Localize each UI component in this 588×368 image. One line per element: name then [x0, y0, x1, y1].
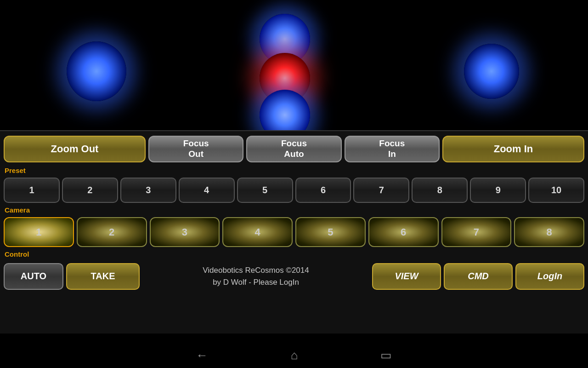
preset-button-10[interactable]: 10	[528, 178, 584, 203]
preset-button-8[interactable]: 8	[412, 178, 468, 203]
take-button[interactable]: TAKE	[66, 263, 140, 290]
preset-button-4[interactable]: 4	[179, 178, 235, 203]
camera-button-8[interactable]: 8	[514, 217, 584, 247]
nav-bar: ← ⌂ ▭	[0, 343, 588, 368]
camera-button-4[interactable]: 4	[222, 217, 293, 247]
focus-auto-button[interactable]: FocusAuto	[246, 136, 341, 162]
preset-button-6[interactable]: 6	[295, 178, 351, 203]
home-button[interactable]: ⌂	[291, 348, 298, 362]
zoom-in-button[interactable]: Zoom In	[442, 136, 584, 162]
back-button[interactable]: ←	[196, 348, 208, 362]
login-button[interactable]: LogIn	[515, 263, 584, 290]
blue-light-left	[67, 41, 126, 101]
camera-button-2[interactable]: 2	[77, 217, 147, 247]
preset-button-2[interactable]: 2	[62, 178, 118, 203]
focus-in-button[interactable]: FocusIn	[345, 136, 440, 162]
camera-row: 12345678	[0, 215, 588, 249]
controls-area: Zoom Out FocusOut FocusAuto FocusIn Zoom…	[0, 131, 588, 334]
preset-label: Preset	[0, 166, 588, 175]
preset-button-5[interactable]: 5	[237, 178, 293, 203]
preset-button-7[interactable]: 7	[353, 178, 409, 203]
control-row: AUTO TAKE Videobotics ReCosmos ©2014 by …	[0, 259, 588, 293]
preset-button-3[interactable]: 3	[120, 178, 176, 203]
focus-out-button[interactable]: FocusOut	[148, 136, 243, 162]
recents-button[interactable]: ▭	[380, 348, 392, 362]
blue-light-right	[464, 44, 519, 99]
zoom-focus-row: Zoom Out FocusOut FocusAuto FocusIn Zoom…	[0, 131, 588, 166]
lights-area	[0, 0, 588, 131]
camera-button-5[interactable]: 5	[295, 217, 366, 247]
preset-row: 12345678910	[0, 175, 588, 205]
zoom-out-button[interactable]: Zoom Out	[4, 136, 146, 162]
camera-button-7[interactable]: 7	[441, 217, 512, 247]
preset-button-9[interactable]: 9	[470, 178, 526, 203]
camera-button-6[interactable]: 6	[368, 217, 439, 247]
camera-label: Camera	[0, 205, 588, 215]
auto-button[interactable]: AUTO	[4, 263, 63, 290]
control-label: Control	[0, 249, 588, 259]
camera-button-3[interactable]: 3	[150, 217, 220, 247]
preset-button-1[interactable]: 1	[4, 178, 60, 203]
camera-button-1[interactable]: 1	[4, 217, 74, 247]
cmd-button[interactable]: CMD	[444, 263, 513, 290]
view-button[interactable]: VIEW	[372, 263, 441, 290]
branding-text: Videobotics ReCosmos ©2014 by D Wolf - P…	[142, 264, 369, 288]
